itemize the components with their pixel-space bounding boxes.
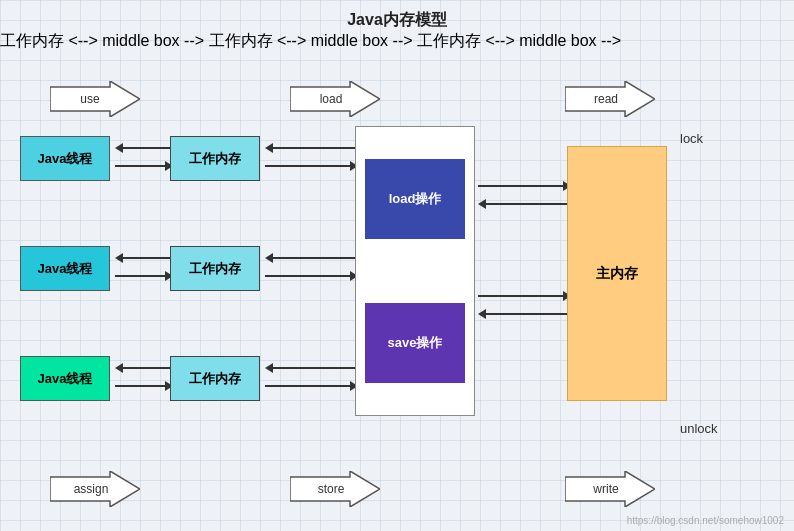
arrow-w3-right — [265, 381, 358, 391]
page-title: Java内存模型 — [0, 0, 794, 31]
watermark: https://blog.csdn.net/somehow1002 — [627, 515, 784, 526]
middle-box: load操作 save操作 — [355, 126, 475, 416]
arrow-t2-left — [115, 253, 173, 263]
arrow-m2-left — [478, 309, 571, 319]
thread-box-3: Java线程 — [20, 356, 110, 401]
workmem-box-3: 工作内存 — [170, 356, 260, 401]
thread-box-1: Java线程 — [20, 136, 110, 181]
arrow-t2-right — [115, 271, 173, 281]
arrow-t1-right — [115, 161, 173, 171]
arrow-m1-right — [478, 181, 571, 191]
unlock-label: unlock — [680, 421, 718, 436]
arrow-t1-left — [115, 143, 173, 153]
arrow-w1-right — [265, 161, 358, 171]
mainmem-box: 主内存 — [567, 146, 667, 401]
store-arrow: store — [290, 471, 380, 507]
write-arrow: write — [565, 471, 655, 507]
read-arrow-top: read — [565, 81, 655, 117]
lock-label: lock — [680, 131, 703, 146]
load-op-box: load操作 — [365, 159, 465, 239]
arrow-w2-right — [265, 271, 358, 281]
arrow-m1-left — [478, 199, 571, 209]
arrow-t3-left — [115, 363, 173, 373]
arrow-w3-left — [265, 363, 358, 373]
assign-arrow: assign — [50, 471, 140, 507]
workmem-box-2: 工作内存 — [170, 246, 260, 291]
arrow-w1-left — [265, 143, 358, 153]
save-op-box: save操作 — [365, 303, 465, 383]
load-arrow-top: load — [290, 81, 380, 117]
workmem-box-1: 工作内存 — [170, 136, 260, 181]
arrow-t3-right — [115, 381, 173, 391]
arrow-w2-left — [265, 253, 358, 263]
arrow-m2-right — [478, 291, 571, 301]
use-arrow: use — [50, 81, 140, 117]
thread-box-2: Java线程 — [20, 246, 110, 291]
diagram: use load read lock 工作内存 <--> middle box … — [0, 31, 794, 531]
